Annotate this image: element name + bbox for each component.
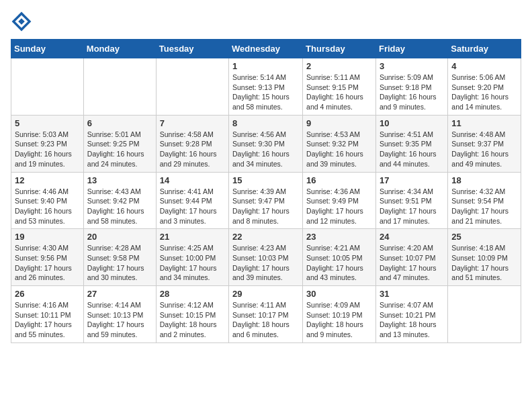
day-info: Sunrise: 4:21 AM Sunset: 10:05 PM Daylig… [306,243,372,283]
day-info: Sunrise: 4:12 AM Sunset: 10:15 PM Daylig… [160,300,225,340]
day-number: 14 [160,175,225,185]
calendar-cell: 3Sunrise: 5:09 AM Sunset: 9:18 PM Daylig… [375,58,447,116]
calendar-cell: 12Sunrise: 4:46 AM Sunset: 9:40 PM Dayli… [11,172,84,229]
calendar-cell: 31Sunrise: 4:07 AM Sunset: 10:21 PM Dayl… [375,286,447,343]
calendar-cell: 19Sunrise: 4:30 AM Sunset: 9:56 PM Dayli… [11,229,84,286]
day-info: Sunrise: 5:03 AM Sunset: 9:23 PM Dayligh… [15,130,80,169]
calendar-cell: 9Sunrise: 4:53 AM Sunset: 9:32 PM Daylig… [303,115,376,172]
day-info: Sunrise: 4:18 AM Sunset: 10:09 PM Daylig… [451,243,517,283]
day-info: Sunrise: 4:32 AM Sunset: 9:54 PM Dayligh… [451,187,517,226]
day-number: 12 [15,175,80,185]
calendar-cell: 18Sunrise: 4:32 AM Sunset: 9:54 PM Dayli… [448,172,521,229]
page-header [11,11,521,32]
day-info: Sunrise: 4:28 AM Sunset: 9:58 PM Dayligh… [87,243,152,283]
calendar-cell: 11Sunrise: 4:48 AM Sunset: 9:37 PM Dayli… [448,115,521,172]
day-number: 18 [451,175,517,185]
calendar-cell: 26Sunrise: 4:16 AM Sunset: 10:11 PM Dayl… [11,286,84,343]
day-number: 5 [15,118,80,128]
logo-icon [11,11,32,32]
day-info: Sunrise: 4:48 AM Sunset: 9:37 PM Dayligh… [451,130,517,169]
day-number: 13 [87,175,152,185]
calendar-cell: 13Sunrise: 4:43 AM Sunset: 9:42 PM Dayli… [83,172,156,229]
day-number: 4 [451,61,517,71]
day-number: 8 [232,118,299,128]
day-info: Sunrise: 4:46 AM Sunset: 9:40 PM Dayligh… [15,187,80,226]
day-info: Sunrise: 4:07 AM Sunset: 10:21 PM Daylig… [380,300,444,340]
calendar-cell [11,58,84,116]
day-info: Sunrise: 5:11 AM Sunset: 9:15 PM Dayligh… [306,73,372,112]
day-number: 11 [451,118,517,128]
day-info: Sunrise: 4:39 AM Sunset: 9:47 PM Dayligh… [232,187,299,226]
calendar-cell: 30Sunrise: 4:09 AM Sunset: 10:19 PM Dayl… [303,286,376,343]
day-number: 17 [380,175,444,185]
calendar-cell: 2Sunrise: 5:11 AM Sunset: 9:15 PM Daylig… [303,58,376,116]
calendar-week-row: 5Sunrise: 5:03 AM Sunset: 9:23 PM Daylig… [11,115,521,172]
weekday-header: Sunday [11,40,84,58]
day-info: Sunrise: 4:58 AM Sunset: 9:28 PM Dayligh… [160,130,225,169]
day-number: 15 [232,175,299,185]
weekday-header: Wednesday [229,40,303,58]
calendar-cell: 20Sunrise: 4:28 AM Sunset: 9:58 PM Dayli… [83,229,156,286]
day-info: Sunrise: 5:06 AM Sunset: 9:20 PM Dayligh… [451,73,517,112]
day-number: 26 [15,289,80,299]
day-number: 2 [306,61,372,71]
calendar-week-row: 19Sunrise: 4:30 AM Sunset: 9:56 PM Dayli… [11,229,521,286]
day-number: 19 [15,232,80,242]
calendar-week-row: 12Sunrise: 4:46 AM Sunset: 9:40 PM Dayli… [11,172,521,229]
calendar-cell [156,58,228,116]
calendar-cell: 22Sunrise: 4:23 AM Sunset: 10:03 PM Dayl… [229,229,303,286]
weekday-header: Monday [83,40,156,58]
day-info: Sunrise: 4:41 AM Sunset: 9:44 PM Dayligh… [160,187,225,226]
calendar-cell: 7Sunrise: 4:58 AM Sunset: 9:28 PM Daylig… [156,115,228,172]
calendar-cell: 16Sunrise: 4:36 AM Sunset: 9:49 PM Dayli… [303,172,376,229]
weekday-header: Saturday [448,40,521,58]
day-info: Sunrise: 4:16 AM Sunset: 10:11 PM Daylig… [15,300,80,340]
day-info: Sunrise: 4:14 AM Sunset: 10:13 PM Daylig… [87,300,152,340]
weekday-header: Friday [375,40,447,58]
day-info: Sunrise: 4:53 AM Sunset: 9:32 PM Dayligh… [306,130,372,169]
day-number: 24 [380,232,444,242]
calendar-cell [448,286,521,343]
calendar-cell: 5Sunrise: 5:03 AM Sunset: 9:23 PM Daylig… [11,115,84,172]
day-number: 25 [451,232,517,242]
day-number: 27 [87,289,152,299]
day-info: Sunrise: 4:11 AM Sunset: 10:17 PM Daylig… [232,300,299,340]
day-info: Sunrise: 4:36 AM Sunset: 9:49 PM Dayligh… [306,187,372,226]
day-info: Sunrise: 4:34 AM Sunset: 9:51 PM Dayligh… [380,187,444,226]
day-info: Sunrise: 4:51 AM Sunset: 9:35 PM Dayligh… [380,130,444,169]
calendar-cell: 17Sunrise: 4:34 AM Sunset: 9:51 PM Dayli… [375,172,447,229]
day-info: Sunrise: 4:23 AM Sunset: 10:03 PM Daylig… [232,243,299,283]
calendar-cell: 10Sunrise: 4:51 AM Sunset: 9:35 PM Dayli… [375,115,447,172]
calendar-cell: 15Sunrise: 4:39 AM Sunset: 9:47 PM Dayli… [229,172,303,229]
calendar-cell: 29Sunrise: 4:11 AM Sunset: 10:17 PM Dayl… [229,286,303,343]
calendar-table: SundayMondayTuesdayWednesdayThursdayFrid… [11,39,521,343]
calendar-cell: 14Sunrise: 4:41 AM Sunset: 9:44 PM Dayli… [156,172,228,229]
day-info: Sunrise: 5:09 AM Sunset: 9:18 PM Dayligh… [380,73,444,112]
day-number: 16 [306,175,372,185]
day-number: 1 [232,61,299,71]
day-info: Sunrise: 4:56 AM Sunset: 9:30 PM Dayligh… [232,130,299,169]
day-number: 23 [306,232,372,242]
day-info: Sunrise: 5:14 AM Sunset: 9:13 PM Dayligh… [232,73,299,112]
day-info: Sunrise: 4:30 AM Sunset: 9:56 PM Dayligh… [15,243,80,283]
calendar-cell: 4Sunrise: 5:06 AM Sunset: 9:20 PM Daylig… [448,58,521,116]
day-number: 22 [232,232,299,242]
logo [11,11,35,32]
day-number: 7 [160,118,225,128]
calendar-header-row: SundayMondayTuesdayWednesdayThursdayFrid… [11,40,521,58]
day-number: 28 [160,289,225,299]
day-number: 10 [380,118,444,128]
calendar-cell: 21Sunrise: 4:25 AM Sunset: 10:00 PM Dayl… [156,229,228,286]
calendar-cell: 1Sunrise: 5:14 AM Sunset: 9:13 PM Daylig… [229,58,303,116]
day-number: 6 [87,118,152,128]
calendar-cell: 24Sunrise: 4:20 AM Sunset: 10:07 PM Dayl… [375,229,447,286]
day-number: 9 [306,118,372,128]
day-info: Sunrise: 5:01 AM Sunset: 9:25 PM Dayligh… [87,130,152,169]
calendar-cell: 8Sunrise: 4:56 AM Sunset: 9:30 PM Daylig… [229,115,303,172]
weekday-header: Tuesday [156,40,228,58]
day-number: 20 [87,232,152,242]
calendar-week-row: 26Sunrise: 4:16 AM Sunset: 10:11 PM Dayl… [11,286,521,343]
day-info: Sunrise: 4:43 AM Sunset: 9:42 PM Dayligh… [87,187,152,226]
calendar-cell: 27Sunrise: 4:14 AM Sunset: 10:13 PM Dayl… [83,286,156,343]
calendar-cell: 23Sunrise: 4:21 AM Sunset: 10:05 PM Dayl… [303,229,376,286]
